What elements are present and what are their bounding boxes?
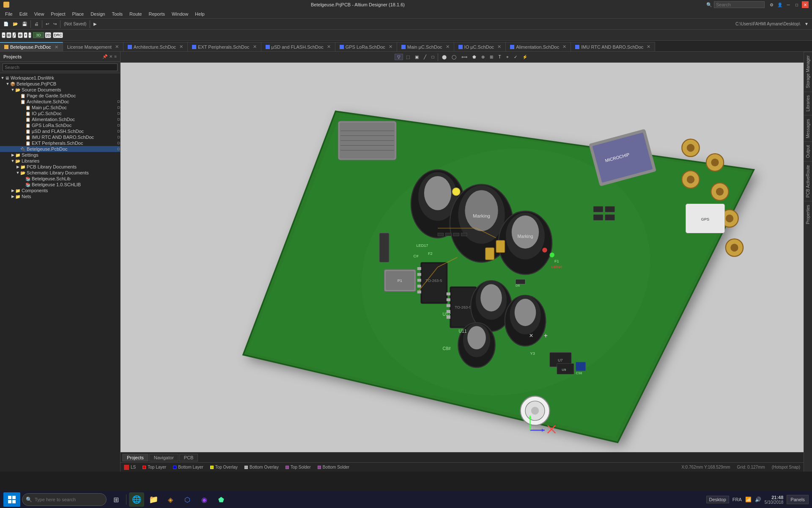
menu-window[interactable]: Window bbox=[168, 11, 192, 17]
close-btn[interactable]: ✕ bbox=[802, 1, 809, 8]
bottom-tab-projects[interactable]: Projects bbox=[122, 454, 148, 461]
taskbar-chrome-icon[interactable]: 🌐 bbox=[129, 492, 144, 507]
tab-close[interactable]: ✕ bbox=[55, 44, 58, 50]
tree-item-schematic-library-documents[interactable]: ▼ 📂 Schematic Library Documents bbox=[0, 170, 120, 176]
tab-pcbdoc[interactable]: Betelgeuse.PcbDoc ✕ bbox=[0, 42, 63, 51]
menu-project[interactable]: Project bbox=[47, 11, 69, 17]
tree-item-imu-rtc-and-baro-schdoc[interactable]: 📋 IMU RTC AND BARO.SchDoc D bbox=[0, 134, 120, 140]
tree-item-architecture-schdoc[interactable]: 📋 Architecture.SchDoc D bbox=[0, 99, 120, 105]
route-tool-btn[interactable]: ⌁ bbox=[2, 32, 5, 38]
menu-reports[interactable]: Reports bbox=[145, 11, 168, 17]
tab-arch[interactable]: Architecture.SchDoc ✕ bbox=[123, 42, 188, 51]
menu-file[interactable]: File bbox=[2, 11, 16, 17]
menu-help[interactable]: Help bbox=[192, 11, 208, 17]
pcb-line-btn[interactable]: ╱ bbox=[422, 53, 428, 61]
pcb-net-btn[interactable]: ⚡ bbox=[520, 53, 529, 61]
tab-close-10[interactable]: ✕ bbox=[647, 44, 650, 50]
settings-btn[interactable]: ⚙ bbox=[768, 1, 775, 8]
tree-item--sd-and-flash-schdoc[interactable]: 📋 µSD and FLASH.SchDoc D bbox=[0, 128, 120, 134]
tree-item-gps-lora-schdoc[interactable]: 📋 GPS LoRa.SchDoc D bbox=[0, 122, 120, 128]
tab-imu[interactable]: IMU RTC AND BARO.SchDoc ✕ bbox=[571, 42, 655, 51]
project-search-input[interactable] bbox=[3, 64, 118, 71]
design-rules-btn[interactable]: DRC bbox=[53, 32, 63, 38]
minimize-btn[interactable]: ─ bbox=[785, 1, 792, 8]
component-btn[interactable]: ⊞ bbox=[6, 32, 11, 38]
pcb-layer2-btn[interactable]: ◯ bbox=[450, 53, 458, 61]
zoom-in-btn[interactable]: + bbox=[24, 32, 27, 38]
tab-gps[interactable]: GPS LoRa.SchDoc ✕ bbox=[335, 42, 397, 51]
tree-item-pcb-library-documents[interactable]: ▶ 📁 PCB Library Documents bbox=[0, 164, 120, 170]
title-search-input[interactable] bbox=[714, 1, 765, 8]
redo-btn[interactable]: ↪ bbox=[52, 21, 58, 27]
bottom-tab-pcb[interactable]: PCB bbox=[179, 454, 198, 461]
taskbar-app1-icon[interactable]: ◈ bbox=[163, 492, 178, 507]
pcb-rect-btn[interactable]: □ bbox=[429, 53, 436, 61]
tree-item-betelgeuse-1-0-schlib[interactable]: 📚 Betelgeuse 1.0.SCHLIB bbox=[0, 182, 120, 188]
open-btn[interactable]: 📂 bbox=[11, 21, 19, 27]
tree-item-source-documents[interactable]: ▼ 📂 Source Documents bbox=[0, 87, 120, 93]
desktop-label[interactable]: Desktop bbox=[706, 496, 729, 503]
pcb-area-btn[interactable]: ▣ bbox=[413, 53, 421, 61]
tab-close-6[interactable]: ✕ bbox=[389, 44, 392, 50]
pcb-meas-btn[interactable]: ⌖ bbox=[504, 53, 511, 61]
pcb-via-btn[interactable]: ⊕ bbox=[479, 53, 487, 61]
tab-close-8[interactable]: ✕ bbox=[497, 44, 501, 50]
pcb-filter-btn[interactable]: ▽ bbox=[395, 54, 403, 60]
tree-item-page-de-garde-schdoc[interactable]: 📋 Page de Garde.SchDoc bbox=[0, 93, 120, 99]
tab-alim[interactable]: Alimentation.SchDoc ✕ bbox=[506, 42, 571, 51]
tab-usd[interactable]: µSD and FLASH.SchDoc ✕ bbox=[261, 42, 335, 51]
tree-item-main--c-schdoc[interactable]: 📋 Main µC.SchDoc D bbox=[0, 105, 120, 110]
taskbar-app2-icon[interactable]: ⬡ bbox=[180, 492, 195, 507]
menu-design[interactable]: Design bbox=[87, 11, 108, 17]
taskbar-app4-icon[interactable]: ⬟ bbox=[214, 492, 229, 507]
libraries-tab[interactable]: Libraries bbox=[804, 91, 812, 115]
pcb-activeroute-tab[interactable]: PCB ActiveRoute bbox=[804, 161, 812, 201]
3d-view-btn[interactable]: 3D bbox=[33, 32, 44, 38]
zoom-fit-btn[interactable]: ⊕ bbox=[18, 32, 23, 38]
print-btn[interactable]: 🖨 bbox=[33, 21, 40, 27]
panel-menu-btn[interactable]: ≡ bbox=[114, 54, 117, 59]
tree-item-workspace1-dsnwrk[interactable]: ▼ 🖥 Workspace1.DsnWrk bbox=[0, 75, 120, 81]
tree-item-ext-peripherals-schdoc[interactable]: 📋 EXT Peripherals.SchDoc D bbox=[0, 140, 120, 146]
tree-item-nets[interactable]: ▶ 📁 Nets bbox=[0, 193, 120, 199]
pcb-select-btn[interactable]: ⬚ bbox=[404, 53, 412, 61]
tab-close-2[interactable]: ✕ bbox=[115, 44, 119, 50]
compile-btn[interactable]: ▶ bbox=[92, 21, 99, 27]
new-btn[interactable]: 📄 bbox=[2, 21, 10, 27]
panels-button[interactable]: Panels bbox=[787, 495, 809, 504]
tab-main[interactable]: Main µC.SchDoc ✕ bbox=[397, 42, 454, 51]
menu-view[interactable]: View bbox=[31, 11, 48, 17]
pcb-dim-btn[interactable]: ⟺ bbox=[459, 53, 469, 61]
tab-close-7[interactable]: ✕ bbox=[446, 44, 450, 50]
tree-item-components[interactable]: ▶ 📁 Components bbox=[0, 188, 120, 193]
taskbar-search[interactable]: 🔍 bbox=[22, 493, 107, 506]
undo-btn[interactable]: ↩ bbox=[44, 21, 51, 27]
browse-btn[interactable]: ▼ bbox=[803, 21, 810, 27]
start-button[interactable] bbox=[3, 492, 20, 507]
tree-item-alimentation-schdoc[interactable]: 📋 Alimentation.SchDoc D bbox=[0, 116, 120, 122]
tab-license[interactable]: License Management ✕ bbox=[63, 42, 123, 51]
taskbar-app3-icon[interactable]: ◉ bbox=[197, 492, 212, 507]
track-btn[interactable]: ╱ bbox=[12, 32, 16, 38]
menu-place[interactable]: Place bbox=[69, 11, 88, 17]
output-tab[interactable]: Output bbox=[804, 141, 812, 161]
bottom-tab-navigator[interactable]: Navigator bbox=[149, 454, 178, 461]
pcb-layer1-btn[interactable]: ⬤ bbox=[440, 53, 449, 61]
canvas-area[interactable]: MICROCHIP bbox=[121, 63, 804, 452]
account-btn[interactable]: 👤 bbox=[776, 1, 783, 8]
pcb-drc-btn[interactable]: ✓ bbox=[512, 53, 519, 61]
tab-io[interactable]: IO µC.SchDoc ✕ bbox=[454, 42, 506, 51]
tree-item-settings[interactable]: ▶ 📁 Settings bbox=[0, 152, 120, 158]
taskbar-apps-btn[interactable]: ⊞ bbox=[108, 492, 123, 507]
tab-close-3[interactable]: ✕ bbox=[179, 44, 183, 50]
tree-item-betelgeuse-schlib[interactable]: 📚 Betelgeuse.SchLib bbox=[0, 176, 120, 182]
menu-tools[interactable]: Tools bbox=[108, 11, 126, 17]
2d-view-btn[interactable]: 2D bbox=[45, 32, 52, 38]
properties-tab[interactable]: Properties bbox=[804, 201, 812, 228]
storage-manager-tab[interactable]: Storage Manager bbox=[804, 52, 812, 91]
tree-item-io--c-schdoc[interactable]: 📋 IO µC.SchDoc D bbox=[0, 110, 120, 116]
tab-close-9[interactable]: ✕ bbox=[562, 44, 566, 50]
pcb-text-btn[interactable]: T bbox=[496, 53, 503, 61]
tree-item-libraries[interactable]: ▼ 📂 Libraries bbox=[0, 158, 120, 164]
tree-item-betelgeuse-prjpcb[interactable]: ▼ 📦 Betelgeuse.PrjPCB bbox=[0, 81, 120, 87]
